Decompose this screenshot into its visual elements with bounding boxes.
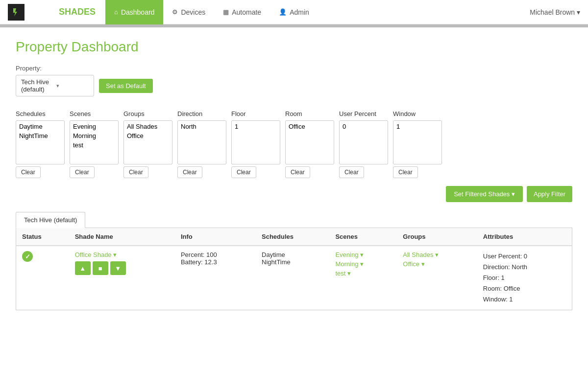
filter-window-listbox[interactable]: 1 xyxy=(393,120,442,164)
filter-window-clear-button[interactable]: Clear xyxy=(393,166,418,178)
table-header-status: Status xyxy=(16,228,69,246)
nav-tab-automate[interactable]: ▦ Automate xyxy=(214,0,270,24)
scene-link[interactable]: test ▾ xyxy=(335,270,391,277)
nav-tab-automate-label: Automate xyxy=(232,8,261,16)
filter-room-label: Room xyxy=(285,110,334,117)
cell-status xyxy=(16,246,69,310)
schedule-item: Daytime xyxy=(262,251,323,258)
filter-direction-col: DirectionNorthClear xyxy=(177,110,226,178)
shade-stop-button[interactable]: ■ xyxy=(93,261,108,275)
property-select-caret: ▾ xyxy=(56,83,89,89)
brand-shades: SHADES xyxy=(59,7,96,17)
apply-filter-button[interactable]: Apply Filter xyxy=(527,186,572,202)
filter-window-label: Window xyxy=(393,110,442,117)
property-row: Tech Hive (default) ▾ Set as Default xyxy=(16,75,572,96)
cell-attributes: User Percent: 0Direction: NorthFloor: 1R… xyxy=(477,246,572,310)
main-content: Property Dashboard Property: Tech Hive (… xyxy=(0,27,588,368)
table-header-shade-name: Shade Name xyxy=(69,228,175,246)
filter-floor-clear-button[interactable]: Clear xyxy=(231,166,256,178)
table-header-schedules: Schedules xyxy=(256,228,329,246)
cell-groups: All Shades ▾Office ▾ xyxy=(397,246,477,310)
filter-scenes-clear-button[interactable]: Clear xyxy=(70,166,95,178)
cell-shade-name: Office Shade ▾▲■▼ xyxy=(69,246,175,310)
filter-room-clear-button[interactable]: Clear xyxy=(285,166,310,178)
filter-room-listbox[interactable]: Office xyxy=(285,120,334,164)
set-filtered-label: Set Filtered Shades ▾ xyxy=(454,190,515,198)
filter-groups-label: Groups xyxy=(123,110,172,117)
property-select-value: Tech Hive (default) xyxy=(21,78,53,93)
nav-tab-admin[interactable]: 👤 Admin xyxy=(270,0,318,24)
filter-user-percent-listbox[interactable]: 0 xyxy=(339,120,388,164)
filter-floor-col: Floor1Clear xyxy=(231,110,280,178)
table-header-info: Info xyxy=(175,228,256,246)
attributes-text: User Percent: 0Direction: NorthFloor: 1R… xyxy=(483,251,566,305)
gear-icon: ⚙ xyxy=(172,8,178,16)
filter-scenes-col: ScenesEveningMorningtestClear xyxy=(70,110,119,178)
property-select[interactable]: Tech Hive (default) ▾ xyxy=(16,75,94,96)
brand-text: P0WERSHADES xyxy=(27,7,96,17)
filter-scenes-label: Scenes xyxy=(70,110,119,117)
cell-info: Percent: 100Battery: 12.3 xyxy=(175,246,256,310)
filter-floor-label: Floor xyxy=(231,110,280,117)
filter-schedules-clear-button[interactable]: Clear xyxy=(16,166,41,178)
filter-user-percent-col: User Percent0Clear xyxy=(339,110,388,178)
cell-schedules: DaytimeNightTime xyxy=(256,246,329,310)
filter-room-col: RoomOfficeClear xyxy=(285,110,334,178)
shade-table-head: StatusShade NameInfoSchedulesScenesGroup… xyxy=(16,228,572,246)
brand-icon xyxy=(8,4,24,21)
shade-controls: ▲■▼ xyxy=(75,261,169,275)
navbar: P0WERSHADES ⌂ Dashboard ⚙ Devices ▦ Auto… xyxy=(0,0,588,24)
filter-direction-listbox[interactable]: North xyxy=(177,120,226,164)
filter-schedules-col: SchedulesDaytimeNightTimeClear xyxy=(16,110,65,178)
status-icon xyxy=(22,251,33,262)
table-header-attributes: Attributes xyxy=(477,228,572,246)
filter-section: SchedulesDaytimeNightTimeClearScenesEven… xyxy=(16,110,572,178)
scene-link[interactable]: Morning ▾ xyxy=(335,260,391,268)
filter-groups-clear-button[interactable]: Clear xyxy=(123,166,148,178)
brand: P0WERSHADES xyxy=(8,4,96,21)
filter-window-col: Window1Clear xyxy=(393,110,442,178)
shade-up-button[interactable]: ▲ xyxy=(75,261,91,275)
set-filtered-shades-button[interactable]: Set Filtered Shades ▾ xyxy=(446,186,523,202)
shade-down-button[interactable]: ▼ xyxy=(110,261,126,275)
nav-tabs-bar: ⌂ Dashboard ⚙ Devices ▦ Automate 👤 Admin xyxy=(105,0,530,24)
filter-floor-listbox[interactable]: 1 xyxy=(231,120,280,164)
shade-table-body: Office Shade ▾▲■▼Percent: 100Battery: 12… xyxy=(16,246,572,310)
nav-user[interactable]: Michael Brown ▾ xyxy=(530,8,580,16)
filter-groups-listbox[interactable]: All ShadesOffice xyxy=(123,120,172,164)
schedule-item: NightTime xyxy=(262,258,323,266)
filter-scenes-listbox[interactable]: EveningMorningtest xyxy=(70,120,119,164)
nav-tab-dashboard[interactable]: ⌂ Dashboard xyxy=(105,0,163,24)
table-header-scenes: Scenes xyxy=(329,228,397,246)
svg-marker-0 xyxy=(13,8,17,16)
filter-user-percent-clear-button[interactable]: Clear xyxy=(339,166,364,178)
calendar-icon: ▦ xyxy=(223,8,229,16)
table-row: Office Shade ▾▲■▼Percent: 100Battery: 12… xyxy=(16,246,572,310)
nav-tab-devices[interactable]: ⚙ Devices xyxy=(163,0,214,24)
filter-actions: Set Filtered Shades ▾ Apply Filter xyxy=(16,186,572,202)
shade-table: StatusShade NameInfoSchedulesScenesGroup… xyxy=(16,228,572,310)
page-title: Property Dashboard xyxy=(16,39,572,55)
filter-columns: SchedulesDaytimeNightTimeClearScenesEven… xyxy=(16,110,572,178)
filter-direction-label: Direction xyxy=(177,110,226,117)
filter-direction-clear-button[interactable]: Clear xyxy=(177,166,202,178)
filter-user-percent-label: User Percent xyxy=(339,110,388,117)
shade-tab-bar: Tech Hive (default) xyxy=(16,212,572,228)
shade-table-container: StatusShade NameInfoSchedulesScenesGroup… xyxy=(16,228,572,310)
cell-scenes: Evening ▾Morning ▾test ▾ xyxy=(329,246,397,310)
brand-power: P0WER xyxy=(27,7,59,17)
nav-tab-dashboard-label: Dashboard xyxy=(121,8,155,16)
property-label: Property: xyxy=(16,65,572,72)
set-default-button[interactable]: Set as Default xyxy=(99,79,153,93)
home-icon: ⌂ xyxy=(114,8,118,16)
shade-name-link[interactable]: Office Shade ▾ xyxy=(75,251,117,258)
table-header-groups: Groups xyxy=(397,228,477,246)
scene-link[interactable]: Evening ▾ xyxy=(335,251,391,258)
filter-schedules-listbox[interactable]: DaytimeNightTime xyxy=(16,120,65,164)
shade-tab-tech-hive[interactable]: Tech Hive (default) xyxy=(16,212,85,228)
group-link[interactable]: Office ▾ xyxy=(403,260,471,268)
filter-groups-col: GroupsAll ShadesOfficeClear xyxy=(123,110,172,178)
user-icon: 👤 xyxy=(279,8,287,16)
table-header-row: StatusShade NameInfoSchedulesScenesGroup… xyxy=(16,228,572,246)
group-link[interactable]: All Shades ▾ xyxy=(403,251,471,258)
